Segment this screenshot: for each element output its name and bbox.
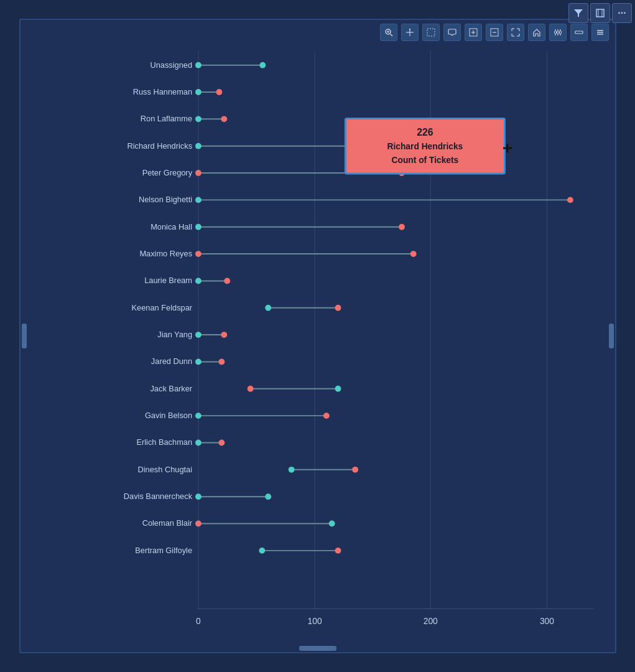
svg-text:Laurie Bream: Laurie Bream <box>144 276 192 285</box>
more-button[interactable]: ··· <box>612 3 632 23</box>
vertical-scrollbar-left[interactable] <box>22 324 27 348</box>
svg-text:0: 0 <box>196 617 201 626</box>
svg-text:Ron Laflamme: Ron Laflamme <box>140 114 192 123</box>
svg-point-83 <box>335 305 341 311</box>
svg-point-58 <box>195 143 201 149</box>
svg-point-71 <box>399 224 405 230</box>
svg-text:Jack Barker: Jack Barker <box>150 384 192 393</box>
tooltip-button[interactable] <box>443 24 461 41</box>
svg-point-46 <box>195 62 201 68</box>
svg-text:Richard Hendricks: Richard Hendricks <box>387 142 463 151</box>
svg-text:✛: ✛ <box>503 142 512 155</box>
fullscreen-icon <box>511 28 520 37</box>
svg-text:Gavin Belson: Gavin Belson <box>144 411 192 420</box>
home-icon <box>532 28 541 37</box>
svg-text:Jared Dunn: Jared Dunn <box>151 357 192 366</box>
svg-text:Nelson Bighetti: Nelson Bighetti <box>138 195 192 204</box>
svg-text:Erlich Bachman: Erlich Bachman <box>136 437 192 447</box>
svg-text:Dinesh Chugtai: Dinesh Chugtai <box>137 465 192 474</box>
svg-point-114 <box>195 521 201 527</box>
svg-point-99 <box>323 413 329 419</box>
svg-rect-35 <box>575 31 583 34</box>
tooltip-icon <box>448 28 457 37</box>
svg-text:200: 200 <box>423 617 437 626</box>
svg-point-67 <box>567 197 573 203</box>
lasso-icon <box>427 28 435 37</box>
svg-point-95 <box>335 386 341 392</box>
crosshair-button[interactable] <box>401 24 419 41</box>
svg-text:Coleman Blair: Coleman Blair <box>142 518 192 528</box>
svg-text:Davis Bannercheck: Davis Bannercheck <box>123 492 192 501</box>
more-icon: ··· <box>618 7 626 19</box>
svg-text:226: 226 <box>417 127 433 138</box>
svg-rect-12 <box>427 29 435 36</box>
settings-icon <box>554 28 562 37</box>
svg-point-98 <box>195 413 201 419</box>
svg-point-90 <box>195 359 201 365</box>
svg-text:Count of Tickets: Count of Tickets <box>391 156 458 165</box>
svg-text:Monica Hall: Monica Hall <box>151 222 192 231</box>
svg-text:Maximo Reyes: Maximo Reyes <box>139 249 192 258</box>
vertical-scrollbar-right[interactable] <box>609 324 614 348</box>
svg-point-118 <box>259 548 265 554</box>
filter-button[interactable] <box>568 3 588 23</box>
svg-text:Unassigned: Unassigned <box>150 60 192 70</box>
lasso-button[interactable] <box>422 24 440 41</box>
chart-svg: Unassigned Russ Hanneman Ron Laflamme Ri… <box>33 51 603 627</box>
svg-point-119 <box>335 548 341 554</box>
home-button[interactable] <box>528 24 545 41</box>
svg-point-51 <box>216 89 222 95</box>
settings-button[interactable] <box>549 24 567 41</box>
card-button[interactable] <box>570 24 588 41</box>
chart-plot-area: Unassigned Russ Hanneman Ron Laflamme Ri… <box>33 51 603 627</box>
add-icon <box>469 28 478 37</box>
svg-point-70 <box>195 224 201 230</box>
horizontal-scrollbar[interactable] <box>299 646 336 651</box>
expand-button[interactable] <box>590 3 610 23</box>
svg-point-103 <box>218 440 225 446</box>
svg-text:Keenan Feldspar: Keenan Feldspar <box>131 303 192 312</box>
svg-point-78 <box>195 278 201 284</box>
svg-point-55 <box>221 116 227 122</box>
svg-point-94 <box>247 386 253 392</box>
chart-container: Unassigned Russ Hanneman Ron Laflamme Ri… <box>19 19 616 653</box>
svg-point-66 <box>195 197 201 203</box>
svg-point-47 <box>259 62 266 68</box>
svg-point-115 <box>328 521 335 527</box>
zoom-icon <box>384 28 393 37</box>
svg-text:Bertram Gilfoyle: Bertram Gilfoyle <box>135 546 192 555</box>
add-button[interactable] <box>465 24 482 41</box>
crosshair-icon <box>406 28 414 37</box>
svg-text:100: 100 <box>307 617 322 626</box>
zoom-button[interactable] <box>380 24 397 41</box>
svg-point-87 <box>221 332 227 338</box>
svg-point-50 <box>195 89 201 95</box>
svg-marker-0 <box>574 9 583 17</box>
svg-point-111 <box>265 493 271 500</box>
menu-icon <box>596 28 605 37</box>
svg-point-75 <box>410 251 416 257</box>
menu-button[interactable] <box>591 24 609 41</box>
svg-line-5 <box>390 34 392 37</box>
svg-point-110 <box>195 493 201 500</box>
svg-text:Jian Yang: Jian Yang <box>157 330 192 339</box>
expand-icon <box>595 8 605 18</box>
svg-text:Peter Gregory: Peter Gregory <box>142 168 192 177</box>
card-icon <box>575 28 583 37</box>
svg-point-106 <box>288 467 294 473</box>
svg-point-102 <box>195 440 201 446</box>
svg-point-107 <box>352 467 358 473</box>
svg-point-82 <box>265 305 271 311</box>
fullscreen-button[interactable] <box>507 24 524 41</box>
remove-icon <box>490 28 499 37</box>
svg-point-74 <box>195 251 201 257</box>
remove-button[interactable] <box>486 24 503 41</box>
svg-rect-1 <box>596 9 604 17</box>
svg-text:Richard Hendricks: Richard Hendricks <box>127 141 192 151</box>
svg-point-62 <box>195 170 201 176</box>
svg-point-91 <box>218 359 225 365</box>
svg-text:Russ Hanneman: Russ Hanneman <box>132 87 192 96</box>
svg-point-54 <box>195 116 201 122</box>
svg-text:300: 300 <box>539 617 554 626</box>
svg-point-79 <box>224 278 230 284</box>
